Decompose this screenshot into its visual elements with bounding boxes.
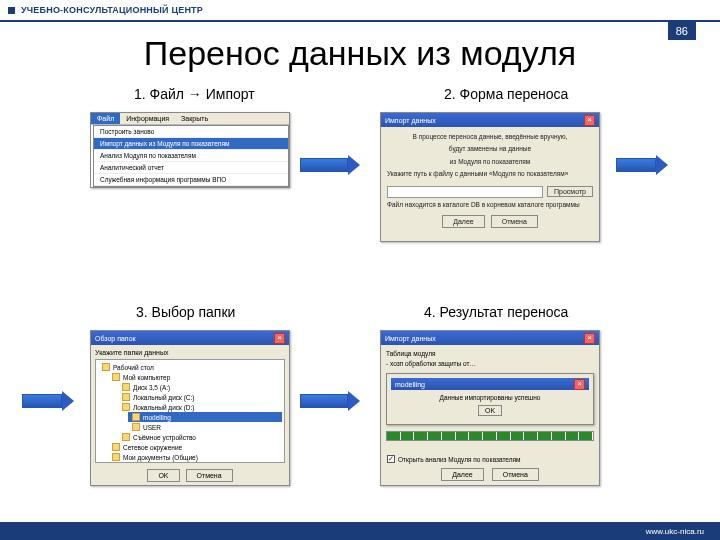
dialog-text: из Модуля по показателям <box>387 158 593 166</box>
titlebar: Обзор папок × <box>91 331 289 345</box>
browse-button[interactable]: Просмотр <box>547 186 593 197</box>
close-icon[interactable]: × <box>584 115 595 126</box>
titlebar: Импорт данных × <box>381 113 599 127</box>
folder-icon <box>122 403 130 411</box>
footer-bar: www.ukc-nica.ru <box>0 522 720 540</box>
window-title: Импорт данных <box>385 335 436 342</box>
caption-step-4: 4. Результат переноса <box>424 304 568 320</box>
caption-step-1: 1. Файл → Импорт <box>134 86 255 102</box>
msg-ok-button[interactable]: OK <box>478 405 502 416</box>
message-box: modelling × Данные импортированы успешно… <box>386 373 594 425</box>
msg-title: modelling <box>395 381 425 388</box>
footer-url: www.ukc-nica.ru <box>646 527 704 536</box>
menu-close[interactable]: Закрыть <box>175 113 214 124</box>
tree-node[interactable]: Диск 3,5 (A:) <box>133 384 170 391</box>
cancel-button[interactable]: Отмена <box>186 469 233 482</box>
menubar: Файл Информация Закрыть <box>91 113 289 125</box>
arrow-icon <box>616 156 668 174</box>
menu-info[interactable]: Информация <box>120 113 175 124</box>
cancel-button[interactable]: Отмена <box>492 468 539 481</box>
menu-item[interactable]: Аналитический отчет <box>94 162 288 174</box>
tree-node[interactable]: Мои документы (Общие) <box>123 454 198 461</box>
folder-icon <box>112 373 120 381</box>
menu-item-import[interactable]: Импорт данных из Модуля по показателям <box>94 138 288 150</box>
header-bar: УЧЕБНО-КОНСУЛЬТАЦИОННЫЙ ЦЕНТР <box>0 0 720 22</box>
content-grid: 1. Файл → Импорт 2. Форма переноса 3. Вы… <box>60 86 680 512</box>
tree-node[interactable]: Съёмное устройство <box>133 434 196 441</box>
folder-icon <box>112 453 120 461</box>
tree-node[interactable]: Сетевое окружение <box>123 444 182 451</box>
menu-file[interactable]: Файл <box>91 113 120 124</box>
arrow-icon <box>300 156 360 174</box>
close-icon[interactable]: × <box>574 379 585 390</box>
dialog-text: Укажите путь к файлу с данными «Модуля п… <box>387 170 593 178</box>
folder-icon <box>122 383 130 391</box>
slide-title: Перенос данных из модуля <box>0 34 720 73</box>
tree-node[interactable]: Рабочий стол <box>113 364 154 371</box>
menu-item[interactable]: Служебная информация программы ВПО <box>94 174 288 186</box>
folder-tree[interactable]: Рабочий стол Мой компьютер Диск 3,5 (A:)… <box>95 359 285 463</box>
brand-text: УЧЕБНО-КОНСУЛЬТАЦИОННЫЙ ЦЕНТР <box>21 5 203 15</box>
result-heading: Таблица модуля <box>386 350 594 357</box>
screenshot-result-dialog: Импорт данных × Таблица модуля - хозп об… <box>380 330 600 486</box>
page-number-badge: 86 <box>668 22 696 40</box>
menu-item[interactable]: Построить заново <box>94 126 288 138</box>
tree-node[interactable]: Локальный диск (C:) <box>133 394 195 401</box>
screenshot-file-menu: Файл Информация Закрыть Построить заново… <box>90 112 290 188</box>
menu-item[interactable]: Анализ Модуля по показателям <box>94 150 288 162</box>
titlebar: Импорт данных × <box>381 331 599 345</box>
tree-node[interactable]: USER <box>143 424 161 431</box>
folder-icon <box>132 413 140 421</box>
arrow-icon <box>22 392 74 410</box>
close-icon[interactable]: × <box>584 333 595 344</box>
caption-step-3: 3. Выбор папки <box>136 304 235 320</box>
arrow-icon <box>300 392 360 410</box>
picker-label: Укажите папки данных <box>95 349 285 356</box>
next-button[interactable]: Далее <box>441 468 484 481</box>
window-title: Обзор папок <box>95 335 136 342</box>
open-analysis-checkbox[interactable]: ✓ Открыть анализ Модуля по показателям <box>387 455 520 463</box>
folder-icon <box>132 423 140 431</box>
checkbox-icon[interactable]: ✓ <box>387 455 395 463</box>
window-title: Импорт данных <box>385 117 436 124</box>
screenshot-import-dialog: Импорт данных × В процессе переноса данн… <box>380 112 600 242</box>
tree-node[interactable]: Локальный диск (D:) <box>133 404 195 411</box>
titlebar: modelling × <box>391 378 589 390</box>
tree-node[interactable]: Мой компьютер <box>123 374 170 381</box>
dialog-text: будут заменены на данные <box>387 145 593 153</box>
path-input[interactable] <box>387 186 543 198</box>
dialog-text: Файл находится в каталоге DB в корневом … <box>387 201 593 209</box>
folder-icon <box>102 363 110 371</box>
progress-bar <box>386 431 594 441</box>
screenshot-folder-picker: Обзор папок × Укажите папки данных Рабоч… <box>90 330 290 486</box>
tree-node-selected[interactable]: modelling <box>143 414 171 421</box>
msg-text: Данные импортированы успешно <box>395 394 585 401</box>
folder-icon <box>112 443 120 451</box>
folder-icon <box>122 393 130 401</box>
folder-icon <box>122 433 130 441</box>
close-icon[interactable]: × <box>274 333 285 344</box>
cancel-button[interactable]: Отмена <box>491 215 538 228</box>
result-row: - хозп обработки защиты от… <box>386 360 594 367</box>
next-button[interactable]: Далее <box>442 215 485 228</box>
caption-step-2: 2. Форма переноса <box>444 86 568 102</box>
brand-square-icon <box>8 7 15 14</box>
dropdown-menu: Построить заново Импорт данных из Модуля… <box>93 125 289 187</box>
dialog-text: В процессе переноса данные, введённые вр… <box>387 133 593 141</box>
ok-button[interactable]: OK <box>147 469 179 482</box>
checkbox-label: Открыть анализ Модуля по показателям <box>398 456 520 463</box>
